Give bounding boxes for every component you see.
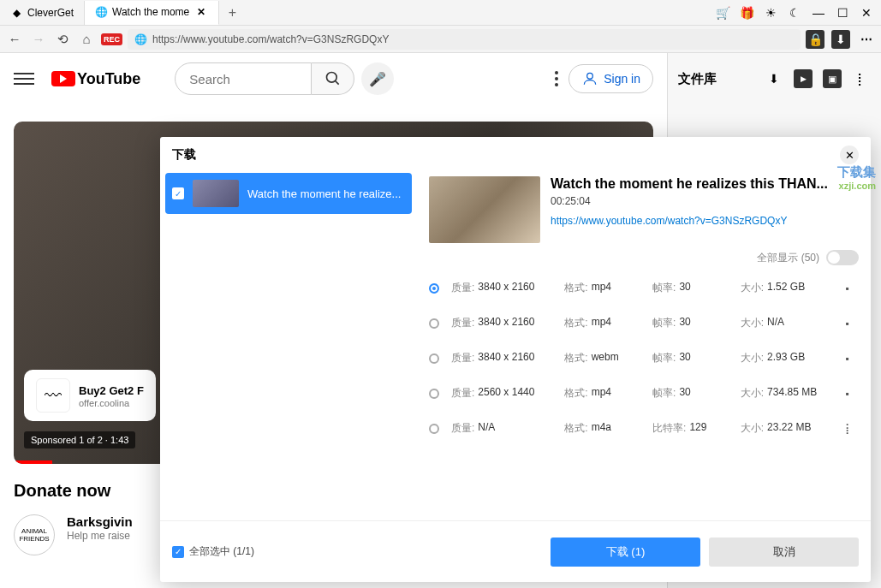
radio-unselected-icon[interactable] xyxy=(429,389,439,399)
modal-footer: ✓ 全部选中 (1/1) 下载 (1) 取消 xyxy=(160,520,871,582)
tab-label: Watch the mome xyxy=(112,6,189,18)
video-icon[interactable]: ▶ xyxy=(794,69,813,88)
sponsor-text: Buy2 Get2 F offer.coolina xyxy=(79,383,144,408)
globe-icon: 🌐 xyxy=(134,33,147,45)
sponsor-logo-icon: 〰 xyxy=(36,378,70,413)
tab-active[interactable]: 🌐 Watch the mome ✕ xyxy=(85,1,219,25)
more-icon[interactable]: ⋯ xyxy=(857,30,876,49)
quality-value: 3840 x 2160 xyxy=(478,281,534,295)
sponsor-subtitle: offer.coolina xyxy=(79,398,144,408)
size-value: 2.93 GB xyxy=(767,351,805,365)
window-maximize-button[interactable]: ☐ xyxy=(835,5,850,21)
app-icon: ◆ xyxy=(10,7,22,19)
quality-label: 质量: xyxy=(451,421,474,436)
audio-icon[interactable]: ⡇ xyxy=(852,69,871,88)
gift-icon[interactable]: 🎁 xyxy=(739,5,754,21)
window-minimize-button[interactable]: — xyxy=(811,5,826,21)
record-button[interactable]: REC xyxy=(101,33,122,45)
rate-value: 129 xyxy=(689,421,706,436)
quality-label: 质量: xyxy=(451,351,474,365)
tab-inactive[interactable]: ◆ CleverGet xyxy=(0,1,85,25)
video-progress-bar[interactable] xyxy=(14,460,52,464)
meta-thumbnail xyxy=(429,176,540,243)
window-close-button[interactable]: ✕ xyxy=(859,5,874,21)
format-value: mp4 xyxy=(592,386,611,401)
download-source-item[interactable]: ✓ Watch the moment he realize... xyxy=(165,173,412,214)
title-icons: 🛒 🎁 ☀ ☾ — ☐ ✕ xyxy=(708,5,881,21)
modal-header: 下载 ✕ xyxy=(160,137,871,173)
format-row[interactable]: 质量:3840 x 2160格式:mp4帧率:30大小:N/A▪ xyxy=(429,306,859,341)
format-value: webm xyxy=(592,351,619,365)
format-row[interactable]: 质量:3840 x 2160格式:webm帧率:30大小:2.93 GB▪ xyxy=(429,341,859,376)
download-button[interactable]: 下载 (1) xyxy=(551,538,700,567)
size-value: 734.85 MB xyxy=(767,386,817,401)
sidebar-title: 文件库 xyxy=(678,71,754,87)
format-label: 格式: xyxy=(564,421,587,436)
select-all-checkbox[interactable]: ✓ 全部选中 (1/1) xyxy=(172,544,254,559)
modal-right-panel: Watch the moment he realizes this THAN..… xyxy=(417,173,871,520)
address-bar-right: 🔒 ⬇ ⋯ xyxy=(806,30,876,49)
checkbox-checked-icon[interactable]: ✓ xyxy=(172,187,184,199)
nav-back-button[interactable]: ← xyxy=(5,30,24,49)
format-label: 格式: xyxy=(564,316,587,330)
search-input[interactable]: Search xyxy=(175,62,312,95)
nav-forward-button[interactable]: → xyxy=(29,30,48,49)
record-icon[interactable]: ▣ xyxy=(823,69,842,88)
radio-selected-icon[interactable] xyxy=(429,283,439,294)
sidebar-header: 文件库 ⬇ ▶ ▣ ⡇ xyxy=(668,53,881,104)
format-list: 质量:3840 x 2160格式:mp4帧率:30大小:1.52 GB▪质量:3… xyxy=(429,270,859,446)
cart-icon[interactable]: 🛒 xyxy=(715,5,730,21)
url-input[interactable]: 🌐 https://www.youtube.com/watch?v=G3NSzR… xyxy=(128,29,801,50)
radio-unselected-icon[interactable] xyxy=(429,424,439,434)
meta-duration: 00:25:04 xyxy=(551,195,828,207)
show-all-toggle-row: 全部显示 (50) xyxy=(429,250,859,265)
search-group: Search 🎤 xyxy=(175,62,394,95)
format-value: m4a xyxy=(592,421,611,436)
quality-label: 质量: xyxy=(451,281,474,295)
radio-unselected-icon[interactable] xyxy=(429,318,439,329)
search-button[interactable] xyxy=(312,62,354,95)
show-all-toggle[interactable] xyxy=(826,250,859,265)
theme-dark-icon[interactable]: ☾ xyxy=(787,5,802,21)
format-row[interactable]: 质量:3840 x 2160格式:mp4帧率:30大小:1.52 GB▪ xyxy=(429,270,859,306)
rate-value: 30 xyxy=(679,281,690,295)
youtube-header: YouTube Search 🎤 Sign in xyxy=(0,53,667,104)
rate-value: 30 xyxy=(679,386,690,401)
sponsor-card[interactable]: 〰 Buy2 Get2 F offer.coolina xyxy=(24,370,156,421)
rate-label: 比特率: xyxy=(652,421,686,436)
voice-search-button[interactable]: 🎤 xyxy=(361,62,394,95)
modal-close-button[interactable]: ✕ xyxy=(840,146,859,164)
signin-label: Sign in xyxy=(604,72,640,86)
format-label: 格式: xyxy=(564,386,587,401)
download-icon[interactable]: ⬇ xyxy=(765,69,783,88)
meta-url-link[interactable]: https://www.youtube.com/watch?v=G3NSzRGD… xyxy=(551,215,787,227)
cancel-button[interactable]: 取消 xyxy=(709,538,859,567)
hamburger-menu-icon[interactable] xyxy=(14,68,34,89)
lock-icon[interactable]: 🔒 xyxy=(806,30,824,49)
signin-button[interactable]: Sign in xyxy=(568,64,653,93)
rate-label: 帧率: xyxy=(652,281,676,295)
nav-reload-button[interactable]: ⟲ xyxy=(53,30,72,49)
donate-text: Barksgivin Help me raise xyxy=(67,514,133,542)
radio-unselected-icon[interactable] xyxy=(429,353,439,364)
download-shelf-icon[interactable]: ⬇ xyxy=(831,30,850,49)
donate-title: Barksgivin xyxy=(67,514,133,529)
youtube-header-right: Sign in xyxy=(555,64,653,93)
checkbox-checked-icon: ✓ xyxy=(172,546,184,558)
nav-home-button[interactable]: ⌂ xyxy=(77,30,96,49)
youtube-logo[interactable]: YouTube xyxy=(51,70,140,88)
quality-value: N/A xyxy=(478,421,495,436)
format-row[interactable]: 质量:2560 x 1440格式:mp4帧率:30大小:734.85 MB▪ xyxy=(429,376,859,411)
theme-light-icon[interactable]: ☀ xyxy=(763,5,778,21)
donate-subtitle: Help me raise xyxy=(67,530,133,542)
rate-label: 帧率: xyxy=(652,316,676,330)
video-metadata: Watch the moment he realizes this THAN..… xyxy=(429,176,859,243)
format-row[interactable]: 质量:N/A格式:m4a比特率:129大小:23.22 MB⡇ xyxy=(429,411,859,446)
size-value: N/A xyxy=(767,316,784,330)
size-label: 大小: xyxy=(741,351,764,365)
media-type-icon: ▪ xyxy=(845,282,859,294)
tab-add-button[interactable]: + xyxy=(219,5,245,21)
tab-close-icon[interactable]: ✕ xyxy=(194,5,208,19)
modal-body: ✓ Watch the moment he realize... Watch t… xyxy=(160,173,871,520)
settings-menu-icon[interactable] xyxy=(555,71,558,86)
